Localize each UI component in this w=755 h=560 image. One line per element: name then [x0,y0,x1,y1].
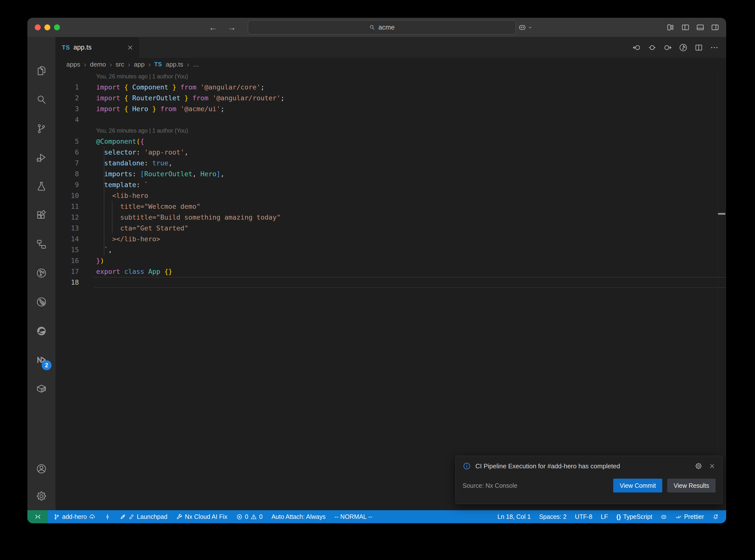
activity-item-containers[interactable] [27,377,56,400]
history-back-icon[interactable]: ← [209,23,217,32]
code-line[interactable]: 2import { RouterOutlet } from '@angular/… [56,93,726,103]
wrench-icon [176,514,183,520]
editor-actions [632,37,719,58]
view-commit-button[interactable]: View Commit [613,479,662,493]
breadcrumb-item-src[interactable]: src [116,61,124,68]
graph-circle-icon[interactable] [679,43,688,52]
breadcrumb-separator: › [110,61,112,68]
minimize-window-button[interactable] [44,24,50,30]
copilot-icon [660,514,667,520]
code-line[interactable]: 6 selector: 'app-root', [56,147,726,158]
code-text: ></lib-hero> [79,234,160,244]
view-results-button[interactable]: View Results [667,479,716,493]
code-line[interactable]: 7 standalone: true, [56,158,726,168]
breadcrumb-item-apps[interactable]: apps [66,61,80,68]
code-text: cta="Get Started" [79,223,188,234]
status-git-branch[interactable]: add-hero [54,513,95,520]
activity-item-explorer[interactable] [27,59,56,82]
code-line[interactable]: 9 template: ` [56,179,726,190]
status-problems[interactable]: 00 [236,513,263,520]
breadcrumb-item-demo[interactable]: demo [90,61,106,68]
status-git-commit[interactable] [104,514,111,520]
activity-item-settings[interactable] [27,485,56,507]
tab-app-ts[interactable]: TS app.ts [56,37,139,58]
copilot-menu[interactable] [518,18,533,37]
code-line[interactable]: 4 [56,114,726,125]
typescript-file-icon: TS [154,61,162,68]
status-prettier[interactable]: Prettier [675,513,704,520]
code-editor[interactable]: You, 26 minutes ago | 1 author (You)1imp… [56,71,726,510]
code-line[interactable]: 11 title="Welcmoe demo" [56,201,726,212]
layout-customize-icon[interactable] [667,23,675,32]
typescript-file-icon: TS [62,44,70,51]
remote-indicator[interactable] [27,510,48,523]
activity-item-project-structure[interactable] [27,233,56,256]
status-vim-mode[interactable]: -- NORMAL -- [334,513,372,520]
status-language-mode[interactable]: {}TypeScript [616,513,652,520]
notification-close-icon[interactable] [709,463,716,469]
status-cursor-position[interactable]: Ln 18, Col 1 [498,513,531,520]
status-label: add-hero [62,513,87,520]
breadcrumb-separator: › [84,61,86,68]
activity-item-source-control[interactable] [27,117,56,140]
layout-panel-icon[interactable] [696,23,704,32]
code-line[interactable]: 18 [56,277,726,288]
status-launchpad[interactable]: Launchpad [120,513,167,520]
activity-item-nx-console[interactable]: 2 [27,348,56,371]
code-line[interactable]: 13 cta="Get Started" [56,223,726,234]
close-window-button[interactable] [35,24,41,30]
status-notifications-bell[interactable] [712,514,719,520]
code-line[interactable]: 8 imports: [RouterOutlet, Hero], [56,168,726,179]
line-number: 12 [56,212,79,223]
breadcrumb-item-app[interactable]: app [134,61,144,68]
status-nx-cloud-ai-fix[interactable]: Nx Cloud AI Fix [176,513,227,520]
code-text: standalone: true, [79,158,172,168]
activity-item-testing[interactable] [27,175,56,198]
status-eol[interactable]: LF [601,513,608,520]
git-blame-annotation: You, 26 minutes ago | 1 author (You) [56,71,726,82]
breadcrumb-item-[interactable]: … [193,61,199,68]
code-line[interactable]: 3import { Hero } from '@acme/ui'; [56,103,726,114]
activity-item-accounts[interactable] [27,458,56,480]
activity-item-edge-browser[interactable] [27,320,56,342]
code-line[interactable]: 16}) [56,255,726,266]
close-tab-icon[interactable] [127,44,134,51]
notification-settings-gear-icon[interactable] [695,462,702,470]
line-number: 3 [56,103,79,114]
code-text: @Component({ [79,136,144,147]
layout-sidebar-right-icon[interactable] [711,23,719,32]
nav-dot-icon[interactable] [648,43,657,52]
status-label: Spaces: 2 [539,513,567,520]
status-copilot-status[interactable] [660,514,667,520]
code-line[interactable]: 15 `, [56,244,726,255]
nav-back-icon[interactable] [632,43,641,52]
activity-item-run-debug[interactable] [27,146,56,169]
breadcrumb-item-appts[interactable]: app.ts [166,61,183,68]
history-forward-icon[interactable]: → [227,23,236,32]
activity-item-extensions[interactable] [27,204,56,227]
status-encoding[interactable]: UTF-8 [575,513,593,520]
code-line[interactable]: 1import { Component } from '@angular/cor… [56,82,726,93]
code-line[interactable]: 17export class App {} [56,266,726,277]
code-line[interactable]: 12 subtitle="Build something amazing tod… [56,212,726,223]
activity-bar: 2 [27,37,56,510]
vscode-window: ← → acme 2 TS app.ts apps›demo›src›app›T… [27,18,726,523]
code-text: `, [79,244,112,255]
activity-item-search[interactable] [27,88,56,111]
command-center-search[interactable]: acme [248,20,516,35]
notification-source: Source: Nx Console [462,482,608,489]
split-icon[interactable] [694,43,703,52]
code-line[interactable]: 5@Component({ [56,136,726,147]
activity-item-gitlens[interactable] [27,262,56,284]
status-indentation[interactable]: Spaces: 2 [539,513,567,520]
code-line[interactable]: 10 <lib-hero [56,190,726,201]
layout-sidebar-icon[interactable] [681,23,690,32]
line-number: 1 [56,82,79,93]
status-auto-attach[interactable]: Auto Attach: Always [272,513,326,520]
activity-item-gitlens-inspect[interactable] [27,291,56,313]
notification-title: CI Pipeline Execution for #add-hero has … [475,462,690,470]
more-icon[interactable] [710,43,719,52]
code-line[interactable]: 14 ></lib-hero> [56,234,726,244]
zoom-window-button[interactable] [54,24,60,30]
nav-fwd-icon[interactable] [663,43,672,52]
